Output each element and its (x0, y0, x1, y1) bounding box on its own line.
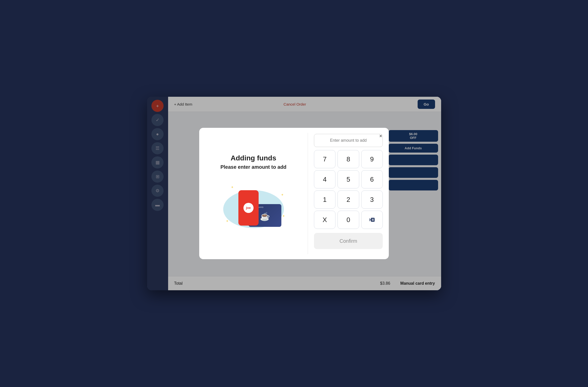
sparkle-icon-3: ✦ (226, 219, 229, 223)
sparkle-icon-2: ✦ (281, 193, 284, 197)
modal-title: Adding funds (231, 154, 276, 162)
screen: ＋ ✓ ● ☰ ▦ ⊞ ⚙ ▬ (147, 97, 441, 290)
numpad-5[interactable]: 5 (337, 170, 359, 188)
numpad-9[interactable]: 9 (361, 150, 383, 168)
numpad: 7 8 9 4 5 6 1 2 3 X 0 (314, 150, 383, 229)
sparkle-icon-1: ✦ (231, 185, 234, 189)
modal-left-panel: Adding funds Please enter amount to add … (199, 128, 308, 259)
joe-logo: joe (243, 203, 254, 213)
numpad-4[interactable]: 4 (314, 170, 335, 188)
numpad-6[interactable]: 6 (361, 170, 383, 188)
gift-card-illustration: ✦ ✦ ✦ ✦ joe GIFT CARD ☕ (218, 178, 289, 233)
numpad-7[interactable]: 7 (314, 150, 335, 168)
modal-subtitle: Please enter amount to add (220, 164, 286, 170)
numpad-x[interactable]: X (314, 211, 335, 229)
numpad-2[interactable]: 2 (337, 190, 359, 209)
sparkle-icon-4: ✦ (282, 214, 285, 218)
confirm-button[interactable]: Confirm (314, 233, 383, 249)
amount-input[interactable] (314, 134, 383, 147)
modal-dialog: × Adding funds Please enter amount to ad… (199, 128, 389, 259)
modal-overlay: × Adding funds Please enter amount to ad… (147, 97, 441, 290)
numpad-backspace[interactable] (361, 211, 383, 229)
joe-card: joe (238, 190, 259, 226)
numpad-1[interactable]: 1 (314, 190, 335, 209)
numpad-0[interactable]: 0 (337, 211, 359, 229)
modal-close-button[interactable]: × (377, 132, 385, 140)
modal-right-panel: 7 8 9 4 5 6 1 2 3 X 0 (308, 128, 389, 259)
numpad-8[interactable]: 8 (337, 150, 359, 168)
coffee-cup-icon: ☕ (260, 212, 270, 221)
numpad-3[interactable]: 3 (361, 190, 383, 209)
